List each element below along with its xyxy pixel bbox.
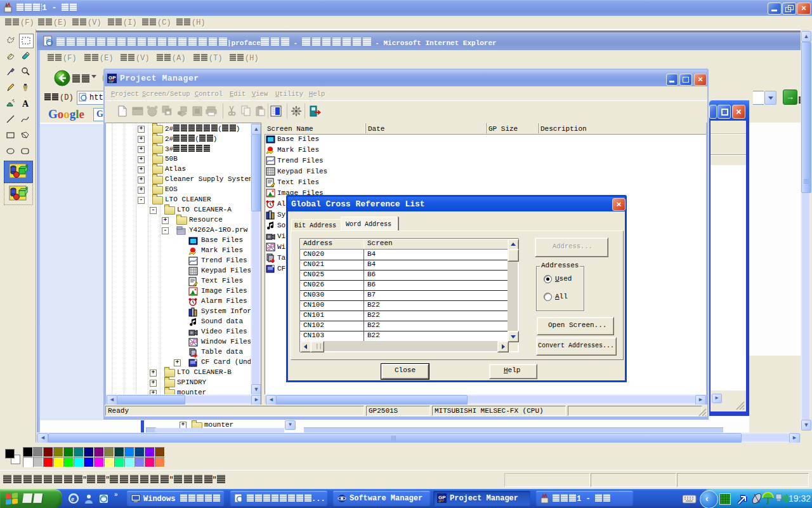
svg-text:A: A (22, 99, 29, 109)
svg-text:GP: GP (438, 495, 446, 500)
svg-text:e: e (71, 495, 74, 502)
svg-text:GP: GP (108, 75, 116, 81)
